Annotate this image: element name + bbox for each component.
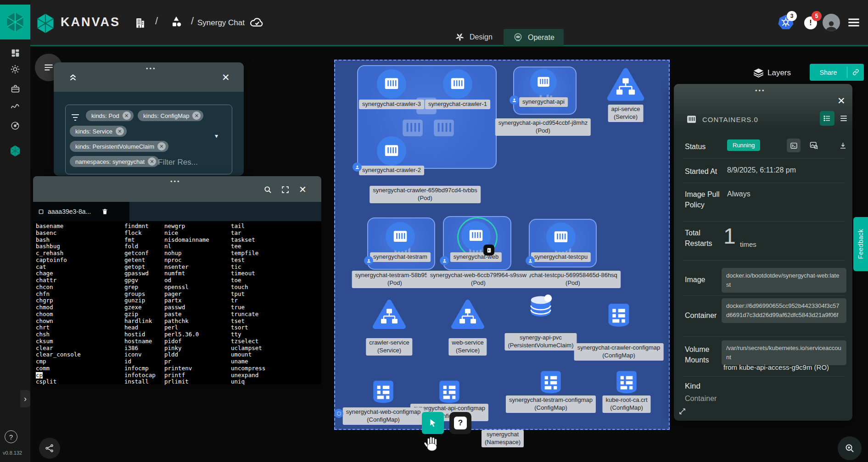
layers-label[interactable]: Layers [767, 68, 791, 78]
feedback-tab[interactable]: Feedback [853, 217, 868, 271]
remove-chip-icon[interactable]: ✕ [192, 111, 201, 120]
configmap-node-icon[interactable] [436, 378, 463, 406]
download-button[interactable] [836, 139, 849, 152]
close-icon[interactable]: ✕ [299, 184, 307, 195]
shortcut-help-button[interactable]: ? [449, 412, 471, 434]
pod-label-chip[interactable]: synergychat-web-6ccb79f964-s9ssw (Pod) [427, 271, 530, 288]
open-terminal-button[interactable] [787, 139, 801, 152]
copy-link-icon[interactable] [847, 68, 864, 76]
menu-icon[interactable] [847, 17, 860, 28]
collapse-icon[interactable] [68, 72, 78, 83]
container-value-box[interactable]: docker://6d96990655cc952b4423304f3c57d66… [722, 298, 846, 323]
filter-chip[interactable]: kinds: ConfigMap ✕ [138, 110, 203, 121]
pan-tool-button[interactable] [422, 412, 444, 434]
container-node-crawler-1[interactable] [443, 69, 472, 99]
drag-handle-icon[interactable]: ••• [146, 65, 157, 72]
tab-design[interactable]: Design [454, 32, 493, 42]
container-node-api[interactable] [530, 69, 557, 95]
configmap-node-icon[interactable] [538, 368, 564, 396]
service-node-web-service[interactable] [451, 299, 485, 330]
pod-label-chip[interactable]: synergychat-api-cd954ccbf-j8mhz (Pod) [495, 118, 591, 136]
expand-sidebar-chevron[interactable]: › [20, 390, 30, 407]
node-label[interactable]: synergychat-web [450, 252, 502, 262]
service-label-chip[interactable]: crawler-service (Service) [366, 338, 412, 356]
pvc-label-chip[interactable]: synergy-api-pvc (PersistentVolumeClaim) [504, 333, 577, 351]
kanvas-logo-icon[interactable] [36, 13, 55, 34]
remove-chip-icon[interactable]: ✕ [157, 142, 166, 150]
node-label[interactable]: synergychat-crawler-3 [359, 100, 424, 109]
pod-label-chip[interactable]: ychat-testcpu-569958465d-86hsq (Pod) [525, 271, 621, 288]
user-avatar[interactable] [823, 14, 840, 31]
configmap-node-icon[interactable] [370, 378, 397, 406]
pod-label-chip[interactable]: synergychat-crawler-659bd97cd4-tvbbs (Po… [370, 186, 481, 203]
drag-handle-icon[interactable]: ••• [755, 87, 766, 94]
help-button[interactable]: ? [5, 430, 17, 443]
terminal-badge-icon[interactable] [483, 245, 494, 256]
canvas-action-button[interactable] [39, 438, 60, 459]
expand-panel-icon[interactable] [678, 407, 686, 415]
namespace-label-chip[interactable]: synergychat (Namespace) [482, 430, 524, 447]
service-node-api-service[interactable] [606, 67, 645, 102]
configmap-label-chip[interactable]: synergychat-crawler-configmap (ConfigMap… [574, 343, 664, 361]
configmap-label-chip[interactable]: kube-root-ca.crt (ConfigMap) [602, 395, 650, 413]
remove-chip-icon[interactable]: ✕ [123, 111, 131, 120]
terminal-tab[interactable]: aaaa39e3-8a... [33, 202, 129, 221]
image-value-box[interactable]: docker.io/bootdotdev/synergychat-web:lat… [722, 268, 846, 293]
filter-chip[interactable]: kinds: Pod ✕ [86, 110, 134, 121]
node-label[interactable]: synergychat-api [519, 97, 568, 107]
zoom-button[interactable] [838, 436, 862, 460]
share-button[interactable]: Share [810, 64, 864, 81]
sidebar-item-kanvas-active[interactable] [0, 143, 30, 159]
notifications-button[interactable]: ! 5 [804, 17, 817, 29]
node-label[interactable]: synergychat-crawler-2 [359, 166, 424, 175]
meshery-logo[interactable] [0, 5, 30, 39]
container-node-crawler-2[interactable] [377, 136, 406, 166]
expand-filters-icon[interactable]: ▾ [215, 132, 218, 139]
view-logs-button[interactable] [807, 139, 821, 152]
remove-chip-icon[interactable]: ✕ [116, 127, 124, 135]
sidebar-item-performance[interactable] [0, 99, 30, 114]
workspace-icon[interactable] [169, 14, 184, 30]
close-icon[interactable]: ✕ [837, 95, 846, 106]
sidebar-item-dashboard[interactable] [0, 45, 30, 61]
breadcrumb-project-name[interactable]: Synergy Chat [197, 18, 245, 28]
sidebar-item-toolkit[interactable] [0, 81, 30, 96]
configmap-node-icon[interactable] [613, 368, 640, 396]
trash-icon[interactable] [101, 208, 108, 215]
organization-icon[interactable] [133, 15, 147, 30]
node-label[interactable]: synergychat-testcpu [531, 252, 591, 262]
pvc-node-icon[interactable] [526, 293, 555, 322]
container-node-crawler-3[interactable] [377, 69, 406, 99]
sidebar-item-settings[interactable] [0, 61, 30, 77]
brand-wordmark[interactable]: KANVAS [61, 15, 120, 29]
configmap-label-chip[interactable]: synergychat-testram-configmap (ConfigMap… [506, 395, 596, 413]
details-view-toggle[interactable] [820, 111, 834, 126]
filter-chip[interactable]: kinds: PersistentVolumeClaim ✕ [70, 141, 168, 152]
filter-chip[interactable]: namespaces: synergychat ✕ [70, 156, 159, 167]
tab-operate[interactable]: Operate [504, 29, 564, 46]
node-label[interactable]: synergychat-crawler-1 [425, 100, 490, 109]
pod-label-chip[interactable]: synergychat-testram-58b9567 (Pod) [352, 271, 438, 288]
configmap-label-chip[interactable]: synergychat-web-configmap (ConfigMap) [343, 407, 424, 425]
filter-input-placeholder[interactable]: Filter Res... [158, 158, 198, 167]
configmap-node-icon[interactable] [605, 301, 633, 329]
service-label-chip[interactable]: api-service (Service) [608, 105, 644, 122]
list-view-toggle[interactable] [838, 113, 849, 124]
close-icon[interactable]: ✕ [222, 72, 230, 83]
layers-icon[interactable] [753, 67, 764, 78]
filter-chip[interactable]: kinds: Service ✕ [70, 126, 127, 137]
drag-handle-icon[interactable]: ••• [170, 178, 181, 185]
container-node-testram[interactable] [386, 222, 415, 251]
remove-chip-icon[interactable]: ✕ [148, 157, 156, 166]
service-name: crawler-service [369, 339, 409, 347]
fullscreen-icon[interactable] [281, 185, 290, 194]
node-label[interactable]: synergychat-testram [370, 252, 431, 262]
terminal-output[interactable]: basenamebasencbashbashbugc_rehashcaptoin… [33, 221, 321, 384]
container-node-testcpu[interactable] [546, 223, 576, 252]
sidebar-item-chaos[interactable] [0, 118, 30, 134]
service-label-chip[interactable]: web-service (Service) [448, 338, 487, 356]
search-icon[interactable] [263, 185, 273, 195]
kubernetes-context-button[interactable]: 3 [778, 14, 794, 30]
volume-path-box[interactable]: /var/run/secrets/kubernetes.io/serviceac… [722, 340, 846, 365]
service-node-crawler-service[interactable] [372, 299, 406, 330]
